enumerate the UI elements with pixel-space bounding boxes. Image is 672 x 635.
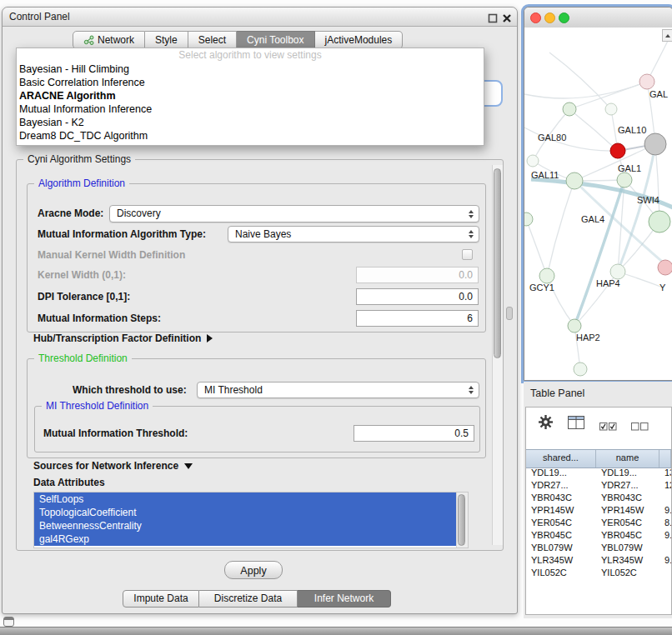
network-node[interactable] <box>527 155 539 167</box>
network-nodes <box>524 74 672 376</box>
network-node[interactable] <box>639 74 654 89</box>
dropdown-item[interactable]: Bayesian - K2 <box>17 116 484 129</box>
network-node-red[interactable] <box>610 143 625 158</box>
minimize-traffic-light[interactable] <box>544 12 555 23</box>
tab-cyni-toolbox[interactable]: Cyni Toolbox <box>237 31 314 49</box>
table-row[interactable]: YER054C YER054C 8. <box>526 517 671 529</box>
network-node-label: GAL11 <box>531 170 559 180</box>
zoom-traffic-light[interactable] <box>559 12 569 23</box>
list-item-selected[interactable]: SelfLoops <box>34 492 456 506</box>
network-node-label: GAL4 <box>581 214 604 224</box>
dropdown-item[interactable]: Bayesian - Hill Climbing <box>17 62 484 76</box>
network-node[interactable] <box>649 211 670 232</box>
list-item-selected[interactable]: TopologicalCoefficient <box>34 506 456 519</box>
network-node[interactable] <box>605 103 617 115</box>
network-node-label: HAP4 <box>596 278 620 288</box>
float-window-icon[interactable] <box>488 12 498 22</box>
network-window-titlebar[interactable] <box>524 8 672 28</box>
combo-arrows-icon <box>469 210 474 218</box>
table-row[interactable]: YBR043C YBR043C <box>526 492 671 504</box>
column-header-cut[interactable] <box>659 450 671 468</box>
network-node[interactable] <box>617 172 632 188</box>
mi-threshold-label: Mutual Information Threshold: <box>43 428 188 439</box>
settings-scrollbar[interactable] <box>492 165 503 545</box>
combo-arrows-icon <box>469 230 474 238</box>
threshold-definition-title: Threshold Definition <box>34 352 132 364</box>
tab-impute-data[interactable]: Impute Data <box>123 590 199 608</box>
table-row[interactable]: YBL079W YBL079W <box>526 542 671 554</box>
network-node[interactable] <box>524 212 533 226</box>
network-node[interactable] <box>566 172 583 189</box>
dropdown-item[interactable]: Mutual Information Inference <box>17 102 484 116</box>
list-item-selected[interactable]: BetweennessCentrality <box>34 519 456 532</box>
manual-kernel-checkbox[interactable] <box>462 249 473 260</box>
network-node-label: Y <box>659 282 666 292</box>
cell-name: YBL079W <box>596 542 659 554</box>
kernel-width-field[interactable] <box>356 267 479 283</box>
tab-discretize-data[interactable]: Discretize Data <box>199 590 298 608</box>
sources-section-toggle[interactable]: Sources for Network Inference <box>33 460 193 472</box>
network-node[interactable] <box>563 102 576 116</box>
gear-icon[interactable] <box>538 414 554 433</box>
network-node[interactable] <box>568 319 581 332</box>
dpi-tolerance-field[interactable] <box>356 288 479 305</box>
settings-scrollbar-thumb[interactable] <box>494 168 501 358</box>
mi-type-value: Naive Bayes <box>235 228 291 240</box>
network-node[interactable] <box>539 268 554 283</box>
window-title: Control Panel <box>9 8 70 26</box>
panel-splitter-handle[interactable] <box>506 307 513 320</box>
network-view-window: GAL80 GAL10 GAL11 GAL1 SWI4 GAL4 GCY1 HA… <box>524 7 672 381</box>
cell-shared: YER054C <box>526 517 596 529</box>
table-row[interactable]: YBR045C YBR045C 9. <box>526 529 671 542</box>
column-header-name[interactable]: name <box>596 450 659 468</box>
network-node[interactable] <box>574 362 587 376</box>
minimized-window-icon[interactable] <box>3 617 14 627</box>
network-node[interactable] <box>658 260 672 275</box>
cell-value: 8. <box>659 517 671 529</box>
mi-threshold-field[interactable] <box>354 425 474 442</box>
table-row[interactable]: YDR27... YDR27... 12 <box>526 479 671 492</box>
tab-network[interactable]: Network <box>73 31 145 49</box>
control-panel-titlebar[interactable]: Control Panel <box>3 8 517 27</box>
network-node[interactable] <box>610 264 625 279</box>
cell-name: YER054C <box>596 517 659 529</box>
cell-value: 9. <box>659 504 671 517</box>
column-header-shared-name[interactable]: shared... <box>526 450 596 468</box>
tab-infer-network[interactable]: Infer Network <box>298 590 391 608</box>
table-row[interactable]: YLR345W YLR345W 9. <box>526 554 671 567</box>
which-threshold-combobox[interactable]: MI Threshold <box>197 382 479 398</box>
list-item-selected[interactable]: gal4RGexp <box>34 532 456 546</box>
dropdown-item[interactable]: Dream8 DC_TDC Algorithm <box>17 129 484 142</box>
mi-type-combobox[interactable]: Naive Bayes <box>228 226 479 242</box>
tab-jactivemodules[interactable]: jActiveModules <box>315 31 404 49</box>
apply-button[interactable]: Apply <box>224 561 283 579</box>
network-node-label: HAP2 <box>576 332 600 342</box>
show-columns-icon[interactable] <box>568 416 585 433</box>
table-row[interactable]: YDL19... YDL19... 13 <box>526 467 671 479</box>
deselect-all-checkboxes-icon[interactable] <box>631 419 649 434</box>
hub-section-toggle[interactable]: Hub/Transcription Factor Definition <box>33 332 213 344</box>
cell-name: YPR145W <box>596 504 659 517</box>
attributes-scrollbar[interactable] <box>456 492 468 548</box>
mi-steps-field[interactable] <box>356 310 479 327</box>
cyni-algorithm-settings-group: Cyni Algorithm Settings Algorithm Defini… <box>16 159 504 551</box>
close-icon[interactable] <box>502 12 512 22</box>
network-node-gray[interactable] <box>644 133 666 155</box>
scrollbar-up-button[interactable] <box>662 29 672 42</box>
tab-select[interactable]: Select <box>188 31 237 49</box>
table-row[interactable]: YIL052C YIL052C <box>526 567 671 579</box>
control-panel-window: Control Panel Network Style <box>2 7 518 614</box>
attributes-scrollbar-thumb[interactable] <box>458 494 465 546</box>
table-row[interactable]: YPR145W YPR145W 9. <box>526 504 671 517</box>
dropdown-item-selected[interactable]: ARACNE Algorithm <box>17 89 484 102</box>
select-all-checkboxes-icon[interactable] <box>599 419 617 434</box>
network-canvas[interactable]: GAL80 GAL10 GAL11 GAL1 SWI4 GAL4 GCY1 HA… <box>524 28 672 380</box>
cell-shared: YBL079W <box>526 542 596 554</box>
cell-name: YBR045C <box>596 529 659 542</box>
dropdown-item[interactable]: Basic Correlation Inference <box>17 76 484 89</box>
tab-style[interactable]: Style <box>145 31 188 49</box>
close-traffic-light[interactable] <box>530 12 541 23</box>
aracne-mode-combobox[interactable]: Discovery <box>109 205 479 222</box>
dpi-tolerance-label: DPI Tolerance [0,1]: <box>38 291 130 302</box>
network-node-label: SWI4 <box>637 195 659 205</box>
